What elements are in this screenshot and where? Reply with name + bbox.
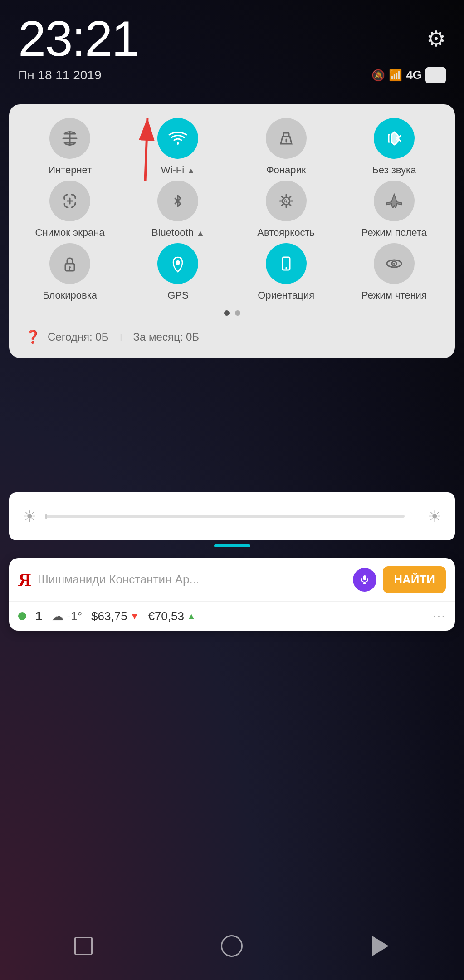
handle-bar[interactable] <box>214 544 250 547</box>
svg-line-19 <box>282 204 283 206</box>
network-type: 4G <box>406 68 422 82</box>
gps-icon-circle <box>157 243 198 284</box>
screenshot-icon-circle <box>49 181 90 221</box>
clock: 23:21 <box>18 14 138 64</box>
brightness-low-icon: ☀ <box>23 507 36 525</box>
info-number: 1 <box>35 609 43 623</box>
yandex-widget: Я Шишманиди Константин Ар... НАЙТИ 1 ☁ -… <box>9 558 455 631</box>
page-dots <box>18 310 446 316</box>
back-icon <box>372 936 389 956</box>
usd-currency: $63,75 ▼ <box>91 609 139 623</box>
mic-button[interactable] <box>353 568 376 592</box>
back-button[interactable] <box>365 930 396 962</box>
eur-currency: €70,53 ▲ <box>148 609 195 623</box>
data-today: Сегодня: 0Б <box>48 331 108 343</box>
yandex-info-bar: 1 ☁ -1° $63,75 ▼ €70,53 ▲ ··· <box>9 602 455 631</box>
home-icon <box>221 935 243 957</box>
qs-item-internet[interactable]: Интернет <box>18 118 122 176</box>
brightness-label: Автояркость <box>257 227 315 239</box>
data-usage-row: ❓ Сегодня: 0Б | За месяц: 0Б <box>18 325 446 349</box>
orientation-label: Ориентация <box>258 289 314 301</box>
airplane-label: Режим полета <box>361 227 427 239</box>
brightness-panel: ☀ ☀ <box>9 492 455 540</box>
qs-item-orientation[interactable]: Ориентация <box>234 243 338 301</box>
internet-icon-circle <box>49 118 90 159</box>
flashlight-label: Фонарик <box>266 164 306 176</box>
wifi-label: Wi-Fi ▲ <box>161 164 195 176</box>
lock-label: Блокировка <box>43 289 97 301</box>
home-button[interactable] <box>216 930 248 962</box>
qs-item-mute[interactable]: Без звука <box>342 118 446 176</box>
qs-item-autobrightness[interactable]: A Автояркость <box>234 181 338 239</box>
eur-trend-icon: ▲ <box>187 611 196 622</box>
airplane-icon-circle <box>374 181 415 221</box>
svg-point-24 <box>176 260 180 265</box>
qs-item-readmode[interactable]: Режим чтения <box>342 243 446 301</box>
internet-label: Интернет <box>48 164 92 176</box>
dot-1 <box>224 310 230 316</box>
brightness-icon-circle: A <box>266 181 307 221</box>
qs-item-gps[interactable]: GPS <box>126 243 230 301</box>
status-dot <box>18 612 26 620</box>
qs-item-wifi[interactable]: Wi-Fi ▲ <box>126 118 230 176</box>
svg-text:A: A <box>283 198 288 204</box>
usd-trend-icon: ▼ <box>130 611 139 622</box>
quick-settings-grid: Интернет Wi-Fi ▲ <box>18 118 446 301</box>
qs-item-flashlight[interactable]: Фонарик <box>234 118 338 176</box>
find-button[interactable]: НАЙТИ <box>383 566 446 593</box>
readmode-label: Режим чтения <box>361 289 427 301</box>
lock-icon-circle <box>49 243 90 284</box>
orientation-icon-circle <box>266 243 307 284</box>
wifi-icon-circle <box>157 118 198 159</box>
qs-item-bluetooth[interactable]: Bluetooth ▲ <box>126 181 230 239</box>
data-month: За месяц: 0Б <box>133 331 200 343</box>
screenshot-label: Снимок экрана <box>35 227 105 239</box>
qs-item-airplane[interactable]: Режим полета <box>342 181 446 239</box>
temperature: -1° <box>67 609 83 623</box>
recent-apps-button[interactable] <box>68 930 99 962</box>
battery-badge: 29 <box>425 67 446 83</box>
dot-2 <box>235 310 240 316</box>
bluetooth-label: Bluetooth ▲ <box>151 227 205 239</box>
svg-line-16 <box>282 196 283 198</box>
brightness-divider <box>416 505 416 528</box>
qs-item-screenshot[interactable]: Снимок экрана <box>18 181 122 239</box>
cloud-icon: ☁ <box>52 609 63 623</box>
flashlight-icon-circle <box>266 118 307 159</box>
status-bar: 23:21 ⚙ Пн 18 11 2019 🔕 📶 4G 29 <box>0 0 464 88</box>
svg-rect-30 <box>363 575 366 580</box>
nav-bar <box>0 921 464 971</box>
svg-point-22 <box>69 266 71 268</box>
mute-label: Без звука <box>372 164 416 176</box>
gps-label: GPS <box>167 289 188 301</box>
more-options[interactable]: ··· <box>433 609 446 623</box>
mute-icon: 🔕 <box>371 69 385 82</box>
quick-settings-panel: Интернет Wi-Fi ▲ <box>9 104 455 358</box>
svg-line-18 <box>289 196 291 198</box>
gear-icon[interactable]: ⚙ <box>426 26 446 51</box>
qs-item-lock[interactable]: Блокировка <box>18 243 122 301</box>
readmode-icon-circle <box>374 243 415 284</box>
date: Пн 18 11 2019 <box>18 68 102 83</box>
signal-icon: 📶 <box>389 69 402 82</box>
mute-icon-circle <box>374 118 415 159</box>
bluetooth-icon-circle <box>157 181 198 221</box>
weather-info: ☁ -1° <box>52 609 83 623</box>
yandex-search-bar[interactable]: Я Шишманиди Константин Ар... НАЙТИ <box>9 558 455 602</box>
brightness-high-icon: ☀ <box>428 507 441 525</box>
svg-point-29 <box>393 263 395 265</box>
yandex-logo: Я <box>18 569 31 590</box>
brightness-track[interactable] <box>45 515 405 518</box>
data-usage-icon: ❓ <box>25 329 41 344</box>
recent-apps-icon <box>74 937 93 955</box>
status-icons: 🔕 📶 4G 29 <box>371 67 446 83</box>
yandex-search-input[interactable]: Шишманиди Константин Ар... <box>38 573 347 587</box>
svg-line-17 <box>289 204 291 206</box>
